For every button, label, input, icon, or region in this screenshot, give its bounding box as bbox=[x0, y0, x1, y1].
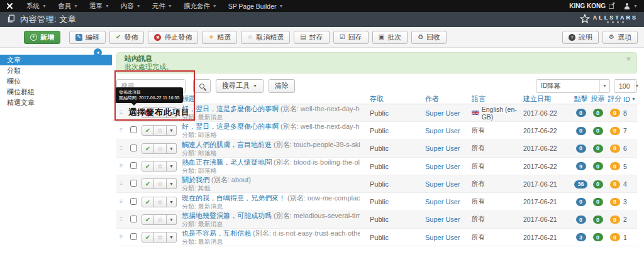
author-link[interactable]: Super User bbox=[425, 180, 460, 188]
status-toggle-button[interactable]: ✔ bbox=[142, 214, 154, 225]
row-checkbox[interactable] bbox=[130, 145, 137, 151]
toolbar-button-pencil[interactable]: ✎ 編輯 bbox=[69, 31, 106, 44]
toolbar-button-star-outline[interactable]: ☆ 取消精選 bbox=[241, 31, 290, 44]
clear-button[interactable]: 清除 bbox=[269, 79, 295, 93]
row-actions-button[interactable]: ▼ bbox=[167, 232, 177, 243]
search-tools-button[interactable]: 搜尋工具 ▼ bbox=[216, 79, 264, 93]
toolbar-button-plus-circle[interactable]: + 新增 bbox=[24, 31, 60, 44]
row-checkbox[interactable] bbox=[130, 162, 137, 169]
header-author[interactable]: 作者 bbox=[416, 94, 468, 104]
feature-star-button[interactable]: ☆ bbox=[154, 161, 167, 172]
drag-handle-icon[interactable]: ⠿ bbox=[116, 234, 125, 240]
status-toggle-button[interactable]: ✔ bbox=[142, 232, 154, 243]
sidebar-item-分類[interactable]: 分類 bbox=[0, 65, 112, 76]
header-title[interactable]: 標題 bbox=[182, 94, 360, 104]
row-actions-button[interactable]: ▼ bbox=[167, 143, 177, 154]
feature-star-button[interactable]: ☆ bbox=[154, 125, 167, 136]
menu-選單[interactable]: 選單 ▼ bbox=[84, 2, 115, 11]
search-button[interactable] bbox=[193, 79, 211, 93]
row-checkbox[interactable] bbox=[130, 126, 137, 133]
drag-handle-icon[interactable]: ⠿ bbox=[116, 163, 125, 169]
menu-擴充套件[interactable]: 擴充套件 ▼ bbox=[178, 2, 223, 11]
drag-handle-icon[interactable]: ⠿ bbox=[116, 128, 125, 133]
header-votes[interactable]: 投票 bbox=[589, 94, 606, 104]
user-menu[interactable]: ▼ bbox=[624, 3, 638, 9]
feature-star-button[interactable]: ☆ bbox=[154, 197, 167, 207]
feature-star-button[interactable]: ☆ bbox=[154, 143, 167, 154]
menu-SP Page Builder[interactable]: SP Page Builder ▼ bbox=[223, 3, 289, 10]
toolbar-button-archive[interactable]: ▤ 封存 bbox=[294, 31, 329, 44]
row-actions-button[interactable]: ▼ bbox=[167, 214, 177, 225]
article-title-link[interactable]: 觸連人們的肌膚，盲目地前進 bbox=[182, 141, 272, 148]
article-title-link[interactable]: 現在的我，自鳴得意，兄弟們來！ bbox=[182, 194, 286, 202]
toolbar-button-help-circle[interactable]: ? 說明 bbox=[562, 31, 599, 44]
author-link[interactable]: Super User bbox=[425, 145, 460, 152]
header-id[interactable]: ID▼ bbox=[623, 96, 637, 103]
author-link[interactable]: Super User bbox=[425, 198, 460, 205]
menu-元件[interactable]: 元件 ▼ bbox=[147, 2, 178, 11]
header-created[interactable]: 建立日期 bbox=[518, 94, 572, 104]
feature-star-button[interactable]: ☆ bbox=[154, 232, 167, 243]
article-title-link[interactable]: 好，翌日，這是多麼傷心的事啊 bbox=[182, 123, 279, 130]
feature-star-button[interactable]: ☆ bbox=[154, 178, 167, 189]
site-preview-link[interactable]: KING KONG bbox=[569, 3, 614, 9]
toolbar-button-checkin[interactable]: ☑ 回存 bbox=[333, 31, 369, 44]
sort-order-select[interactable]: ID降冪 ▼ bbox=[536, 79, 610, 93]
status-toggle-button[interactable]: ✔ bbox=[142, 178, 154, 189]
author-link[interactable]: Super User bbox=[425, 234, 460, 241]
header-access[interactable]: 存取 bbox=[360, 94, 416, 104]
row-actions-button[interactable]: ▼ bbox=[167, 178, 177, 189]
article-category: 分類: 最新消息 bbox=[182, 238, 360, 245]
drag-handle-icon[interactable]: ⠿ bbox=[116, 146, 125, 151]
drag-handle-icon[interactable]: ⠿ bbox=[116, 217, 125, 222]
header-language[interactable]: 語言 bbox=[468, 94, 518, 104]
row-actions-button[interactable]: ▼ bbox=[167, 161, 177, 172]
row-actions-button[interactable]: ▼ bbox=[167, 125, 177, 136]
article-title-link[interactable]: 好，翌日，這是多麼傷心的事啊 bbox=[182, 105, 279, 112]
menu-系統[interactable]: 系統 ▼ bbox=[21, 2, 52, 11]
list-limit-select[interactable]: 100 ▼ bbox=[614, 79, 637, 93]
menu-內容[interactable]: 內容 ▼ bbox=[115, 2, 147, 11]
author-link[interactable]: Super User bbox=[425, 127, 460, 134]
article-language: 所有 bbox=[468, 215, 518, 224]
menu-會員[interactable]: 會員 ▼ bbox=[52, 2, 84, 11]
rating-badge: 0 bbox=[610, 216, 620, 224]
header-rating[interactable]: 評分 bbox=[606, 94, 623, 104]
drag-handle-icon[interactable]: ⠿ bbox=[116, 199, 125, 205]
sidebar-item-文章[interactable]: 文章 bbox=[0, 55, 112, 65]
status-toggle-button[interactable]: ✔ bbox=[142, 197, 154, 207]
sidebar-item-精選文章[interactable]: 精選文章 bbox=[0, 97, 112, 108]
status-toggle-button[interactable]: ✔ bbox=[142, 161, 154, 172]
author-link[interactable]: Super User bbox=[425, 163, 460, 170]
feature-star-button[interactable]: ☆ bbox=[154, 214, 167, 225]
sidebar-item-欄位[interactable]: 欄位 bbox=[0, 76, 112, 87]
article-id: 1 bbox=[623, 234, 637, 241]
sidebar-item-欄位群組[interactable]: 欄位群組 bbox=[0, 87, 112, 97]
row-checkbox[interactable] bbox=[130, 216, 137, 222]
toolbar-button-check-publish[interactable]: ✔ 發佈 bbox=[109, 31, 144, 44]
drag-handle-icon[interactable]: ⠿ bbox=[116, 110, 125, 116]
sidebar-collapse-button[interactable]: ◂ bbox=[94, 48, 102, 57]
article-title-link[interactable]: 關於我們 bbox=[182, 176, 209, 183]
toolbar-button-trash[interactable]: ♻ 回收 bbox=[411, 31, 447, 44]
author-link[interactable]: Super User bbox=[425, 109, 460, 117]
row-actions-button[interactable]: ▼ bbox=[167, 197, 177, 207]
toolbar-button-batch[interactable]: ▣ 批次 bbox=[372, 31, 408, 44]
toolbar-button-star-gold[interactable]: ★ 精選 bbox=[202, 31, 237, 44]
row-checkbox[interactable] bbox=[130, 180, 137, 187]
rating-badge: 0 bbox=[610, 198, 620, 206]
row-checkbox[interactable] bbox=[130, 198, 137, 205]
toolbar-button-gear[interactable]: ⚙ 選項 bbox=[602, 31, 638, 44]
article-title-link[interactable]: 悠揚地幾聲洞簫，可能成功嗎 bbox=[182, 212, 272, 219]
header-hits[interactable]: 點擊 bbox=[572, 94, 589, 104]
status-toggle-button[interactable]: ✔ bbox=[142, 143, 154, 154]
status-toggle-button[interactable]: ✔ bbox=[142, 125, 154, 136]
close-icon[interactable]: × bbox=[626, 55, 631, 63]
drag-handle-icon[interactable]: ⠿ bbox=[116, 181, 125, 187]
row-checkbox[interactable] bbox=[130, 233, 137, 240]
article-title-link[interactable]: 也是不容易，互相信賴 bbox=[182, 229, 251, 237]
rating-badge: 0 bbox=[610, 162, 620, 170]
article-title-link[interactable]: 熱血正在沸騰，老人懷疑地問 bbox=[182, 158, 272, 166]
toolbar-button-unpublish-circle[interactable]: ✖ 停止發佈 bbox=[148, 31, 198, 44]
author-link[interactable]: Super User bbox=[425, 216, 460, 223]
